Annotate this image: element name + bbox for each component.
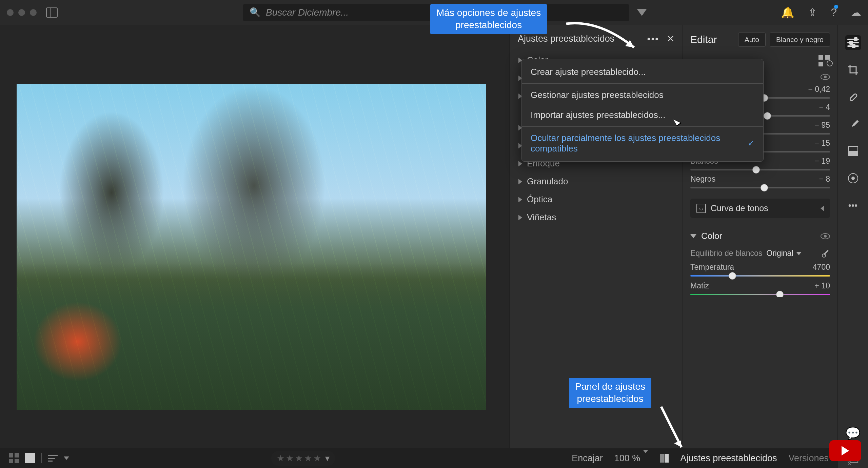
versions-button[interactable]: Versiones (788, 453, 829, 464)
slider-label: Negros (690, 175, 715, 184)
ctx-hide-partial[interactable]: Ocultar parcialmente los ajustes preesta… (522, 128, 763, 159)
zoom-select[interactable]: 100 % (614, 453, 649, 464)
ctx-manage-presets[interactable]: Gestionar ajustes preestablecidos (522, 85, 763, 105)
help-icon[interactable]: ? (831, 6, 837, 19)
youtube-badge-icon (829, 440, 861, 461)
check-icon: ✓ (748, 139, 754, 148)
tone-curve-icon (696, 204, 706, 213)
auto-button[interactable]: Auto (738, 33, 766, 47)
compare-icon[interactable] (660, 454, 669, 463)
chevron-left-icon (821, 206, 824, 211)
notifications-icon[interactable]: 🔔 (781, 6, 794, 19)
presets-more-icon[interactable]: ••• (647, 34, 659, 44)
sort-icon[interactable] (48, 455, 58, 462)
preset-group-label: Granulado (527, 176, 568, 187)
white-balance-row: Equilibrio de blancos Original (690, 249, 830, 258)
ctx-import-presets[interactable]: Importar ajustes preestablecidos... (522, 105, 763, 125)
chevron-down-icon (690, 234, 696, 238)
annotation-arrow-icon (654, 403, 695, 454)
preset-group-label: Óptica (527, 194, 552, 205)
presets-context-menu: Crear ajuste preestablecido... Gestionar… (521, 59, 764, 162)
slider-value: − 19 (815, 157, 830, 166)
photo-canvas[interactable] (0, 25, 509, 448)
right-tool-rail: ••• 💬 🏷 (837, 25, 868, 468)
ctx-hide-partial-label: Ocultar parcialmente los ajustes preesta… (531, 133, 744, 154)
slider-row[interactable]: Negros− 8 (690, 175, 830, 188)
ctx-create-preset[interactable]: Crear ajuste preestablecido... (522, 62, 763, 82)
wb-select[interactable]: Original (766, 249, 801, 258)
edit-sliders-icon[interactable] (845, 35, 861, 50)
chevron-right-icon (518, 179, 522, 184)
color-section-title: Color (701, 231, 816, 241)
close-window-icon[interactable] (7, 9, 14, 16)
edit-panel-title: Editar (690, 34, 734, 45)
chevron-down-icon (643, 450, 648, 463)
svg-rect-2 (848, 151, 858, 156)
bw-button[interactable]: Blanco y negro (770, 33, 830, 47)
slider-value: 4700 (813, 263, 830, 272)
chevron-right-icon (518, 215, 522, 220)
minimize-window-icon[interactable] (18, 9, 25, 16)
linear-gradient-icon[interactable] (845, 144, 861, 159)
cloud-sync-icon[interactable]: ☁ (850, 6, 861, 19)
radial-gradient-icon[interactable] (845, 171, 861, 186)
wb-label: Equilibrio de blancos (690, 249, 762, 258)
tint-slider[interactable]: Matiz+ 10 (690, 281, 830, 295)
maximize-window-icon[interactable] (30, 9, 37, 16)
more-tools-icon[interactable]: ••• (845, 198, 861, 213)
share-icon[interactable]: ⇪ (808, 6, 817, 19)
filter-icon[interactable] (637, 9, 647, 16)
search-icon: 🔍 (250, 7, 260, 18)
presets-close-icon[interactable]: ✕ (663, 33, 674, 44)
chevron-right-icon (518, 197, 522, 202)
fit-button[interactable]: Encajar (572, 453, 603, 464)
grid-view-icon[interactable] (9, 453, 19, 463)
slider-label: Matiz (690, 281, 709, 290)
modules-view-icon[interactable] (818, 55, 830, 66)
preset-group[interactable]: Granulado (510, 172, 683, 190)
annotation-callout-2: Panel de ajustes preestablecidos (569, 378, 651, 408)
color-section-header[interactable]: Color (690, 231, 830, 241)
healing-icon[interactable] (845, 89, 861, 104)
slider-value: − 8 (819, 175, 830, 184)
preset-group-label: Viñetas (527, 212, 556, 223)
svg-point-4 (851, 177, 855, 180)
brush-icon[interactable] (845, 117, 861, 131)
sidebar-toggle-icon[interactable] (46, 7, 58, 18)
slider-value: − 15 (815, 139, 830, 148)
slider-value: − 95 (815, 121, 830, 130)
eyedropper-icon[interactable] (822, 249, 830, 258)
eye-icon[interactable] (821, 74, 830, 80)
slider-value: − 4 (819, 103, 830, 112)
single-view-icon[interactable] (25, 453, 35, 463)
wb-value: Original (766, 249, 793, 258)
temperature-slider[interactable]: Temperatura4700 (690, 263, 830, 277)
eye-icon[interactable] (821, 233, 830, 239)
slider-value: + 10 (815, 281, 830, 290)
annotation-arrow-icon (563, 17, 644, 58)
slider-label: Temperatura (690, 263, 734, 272)
comments-icon[interactable]: 💬 (845, 426, 861, 441)
presets-bottom-button[interactable]: Ajustes preestablecidos (680, 453, 777, 464)
photo-preview (17, 84, 486, 410)
mouse-cursor-icon (674, 117, 683, 127)
annotation-callout-1: Más opciones de ajustes preestablecidos (430, 4, 547, 34)
preset-group[interactable]: Óptica (510, 190, 683, 208)
window-controls (7, 9, 37, 16)
preset-group[interactable]: Viñetas (510, 208, 683, 226)
chevron-down-icon (64, 456, 69, 460)
star-rating[interactable]: ★★★★★▾ (271, 451, 335, 466)
chevron-right-icon (518, 161, 522, 166)
tone-curve-row[interactable]: Curva de tonos (690, 199, 830, 218)
zoom-label: 100 % (614, 453, 640, 464)
chevron-down-icon (796, 252, 802, 255)
crop-icon[interactable] (845, 62, 861, 77)
slider-value: − 0,42 (808, 85, 830, 94)
tone-curve-label: Curva de tonos (711, 203, 816, 213)
svg-rect-0 (849, 93, 857, 101)
bottom-toolbar: ★★★★★▾ Encajar 100 % Ajustes preestablec… (0, 448, 837, 468)
